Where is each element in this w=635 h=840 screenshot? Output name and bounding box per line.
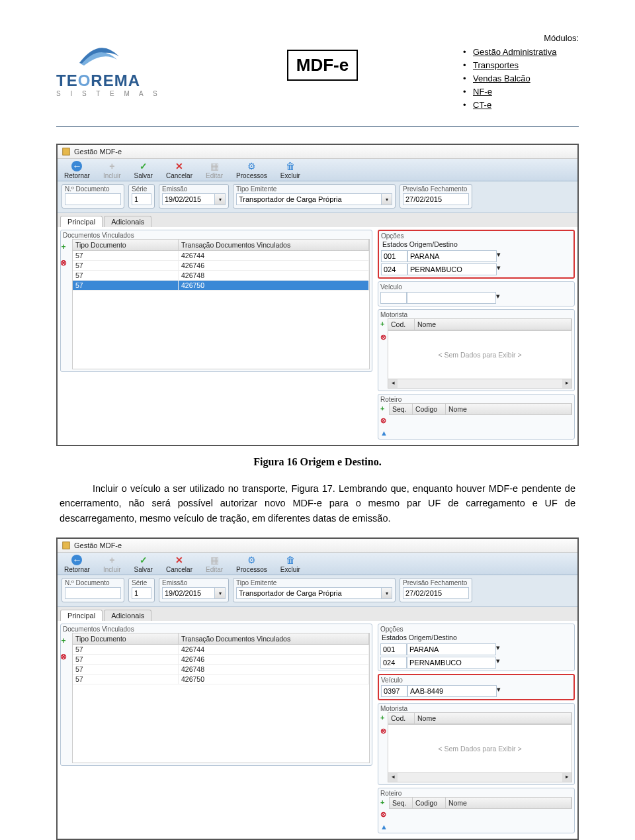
- plus-icon[interactable]: +: [380, 320, 386, 328]
- col-nome: Nome: [415, 713, 572, 723]
- scroll-left-icon[interactable]: ◂: [388, 773, 398, 782]
- hscrollbar[interactable]: ◂▸: [388, 773, 572, 782]
- opcoes-panel: Opções Estados Origem/Destino ▾ ▾: [378, 624, 575, 671]
- tipoemit-input[interactable]: [236, 587, 382, 599]
- tab-adicionais[interactable]: Adicionais: [104, 216, 151, 227]
- screenshot-fig16: Gestão MDF-e ←Retornar +Incluir ✓Salvar …: [56, 144, 579, 446]
- serie-input[interactable]: [132, 587, 151, 599]
- docs-grid[interactable]: 57426744574267465742674857426750: [72, 644, 370, 763]
- col-cod: Cod.: [388, 713, 415, 723]
- serie-input[interactable]: [132, 193, 151, 205]
- x-icon: ✕: [174, 555, 185, 565]
- origem-code-input[interactable]: [381, 250, 407, 262]
- scroll-left-icon[interactable]: ◂: [388, 379, 398, 388]
- tipoemit-input[interactable]: [236, 193, 382, 205]
- col-tipo: Tipo Documento: [73, 633, 179, 644]
- table-row[interactable]: 57426746: [73, 655, 369, 665]
- ndoc-input[interactable]: [65, 587, 121, 599]
- veiculo-name-input[interactable]: [407, 685, 497, 697]
- chevron-down-icon[interactable]: ▾: [496, 292, 500, 304]
- destino-name-input[interactable]: [407, 263, 497, 275]
- docs-grid[interactable]: 57426744574267465742674857426750: [72, 250, 370, 369]
- chevron-down-icon[interactable]: ▾: [497, 250, 501, 262]
- roteiro-panel: Roteiro + ⊗ ▲ Seq.CodigoNome: [378, 394, 575, 440]
- delete-icon[interactable]: ⊗: [380, 810, 388, 819]
- prev-label: Previsão Fechamento: [403, 579, 469, 586]
- up-icon[interactable]: ▲: [380, 429, 388, 437]
- chevron-down-icon[interactable]: ▾: [497, 685, 501, 697]
- hscrollbar[interactable]: ◂▸: [388, 379, 572, 389]
- delete-icon[interactable]: ⊗: [380, 727, 386, 735]
- chevron-down-icon[interactable]: ▾: [215, 193, 226, 205]
- ndoc-input[interactable]: [65, 193, 121, 205]
- table-row[interactable]: 57426748: [73, 665, 369, 675]
- chevron-down-icon[interactable]: ▾: [497, 263, 501, 275]
- tab-principal[interactable]: Principal: [60, 610, 103, 621]
- delete-icon[interactable]: ⊗: [380, 333, 386, 342]
- plus-icon[interactable]: +: [59, 636, 68, 645]
- cancelar-button[interactable]: ✕Cancelar: [159, 553, 199, 575]
- origem-name-input[interactable]: [407, 643, 496, 655]
- table-row[interactable]: 57426744: [73, 251, 369, 261]
- veiculo-code-input[interactable]: [381, 685, 407, 697]
- table-row[interactable]: 57426748: [73, 271, 369, 281]
- delete-icon[interactable]: ⊗: [59, 258, 68, 267]
- veiculo-title: Veículo: [381, 677, 572, 684]
- retornar-button[interactable]: ←Retornar: [58, 159, 97, 181]
- plus-icon[interactable]: +: [380, 714, 386, 722]
- svg-rect-0: [63, 148, 70, 156]
- window-titlebar: Gestão MDF-e: [58, 539, 577, 553]
- plus-icon[interactable]: +: [380, 404, 388, 412]
- salvar-button[interactable]: ✓Salvar: [128, 553, 159, 575]
- logo: TEOREMA S I S T E M A S: [56, 33, 189, 97]
- retornar-button[interactable]: ←Retornar: [58, 553, 97, 575]
- prev-input[interactable]: [403, 587, 469, 599]
- od-title: Estados Origem/Destino: [381, 240, 572, 249]
- emissao-input[interactable]: [162, 587, 215, 599]
- editar-button[interactable]: ▦Editar: [199, 159, 230, 181]
- processos-button[interactable]: ⚙Processos: [230, 553, 274, 575]
- tab-adicionais[interactable]: Adicionais: [104, 610, 151, 621]
- chevron-down-icon[interactable]: ▾: [215, 587, 226, 599]
- tab-principal[interactable]: Principal: [60, 216, 103, 227]
- modules-list: Módulos: Gestão Administrativa Transport…: [456, 33, 579, 113]
- chevron-down-icon[interactable]: ▾: [496, 657, 500, 669]
- table-row[interactable]: 57426750: [73, 281, 369, 291]
- table-row[interactable]: 57426750: [73, 675, 369, 684]
- veiculo-name-input[interactable]: [407, 292, 496, 304]
- origem-name-input[interactable]: [407, 250, 497, 262]
- destino-code-input[interactable]: [381, 263, 407, 275]
- cancelar-button[interactable]: ✕Cancelar: [159, 159, 199, 181]
- excluir-button[interactable]: 🗑Excluir: [274, 159, 307, 181]
- delete-icon[interactable]: ⊗: [59, 652, 68, 661]
- destino-code-input[interactable]: [380, 657, 407, 669]
- logo-text: TEOREMA: [56, 71, 189, 90]
- module-item: NF-e: [456, 87, 579, 97]
- table-row[interactable]: 57426746: [73, 261, 369, 271]
- excluir-button[interactable]: 🗑Excluir: [274, 553, 307, 575]
- origem-code-input[interactable]: [380, 643, 407, 655]
- scroll-right-icon[interactable]: ▸: [562, 379, 572, 388]
- destino-name-input[interactable]: [407, 657, 496, 669]
- up-icon[interactable]: ▲: [380, 823, 388, 831]
- incluir-button[interactable]: +Incluir: [97, 553, 128, 575]
- prev-input[interactable]: [403, 193, 469, 205]
- delete-icon[interactable]: ⊗: [380, 416, 388, 425]
- chevron-down-icon[interactable]: ▾: [382, 193, 392, 205]
- emissao-input[interactable]: [162, 193, 215, 205]
- salvar-button[interactable]: ✓Salvar: [128, 159, 159, 181]
- processos-button[interactable]: ⚙Processos: [230, 159, 274, 181]
- incluir-button[interactable]: +Incluir: [97, 159, 128, 181]
- veiculo-title: Veículo: [380, 283, 572, 291]
- chevron-down-icon[interactable]: ▾: [382, 587, 392, 599]
- plus-icon[interactable]: +: [59, 242, 68, 252]
- plus-icon[interactable]: +: [380, 798, 388, 806]
- editar-button[interactable]: ▦Editar: [199, 553, 230, 575]
- veiculo-code-input[interactable]: [380, 292, 407, 304]
- scroll-right-icon[interactable]: ▸: [562, 773, 572, 782]
- tipoemit-label: Tipo Emitente: [236, 579, 392, 586]
- serie-label: Série: [132, 579, 151, 586]
- table-row[interactable]: 57426744: [73, 645, 369, 655]
- chevron-down-icon[interactable]: ▾: [496, 643, 500, 655]
- edit-icon: ▦: [209, 161, 220, 171]
